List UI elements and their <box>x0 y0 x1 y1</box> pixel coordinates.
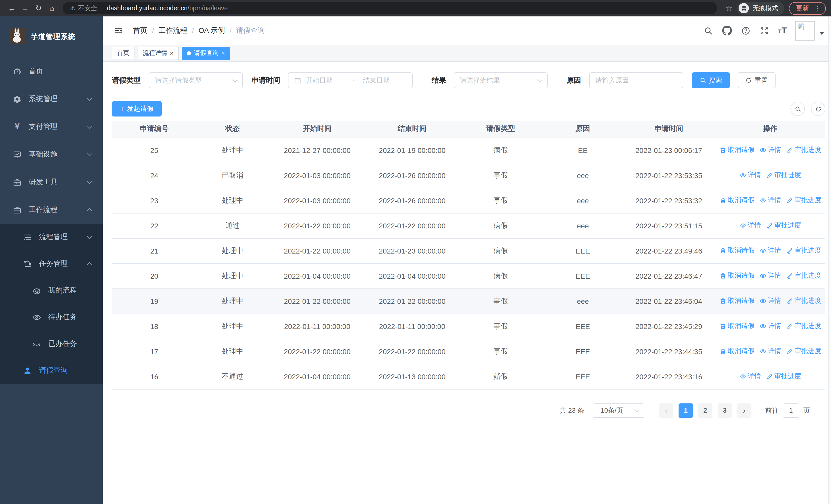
hamburger-icon[interactable] <box>110 26 127 35</box>
edit-icon <box>766 222 773 229</box>
edit-icon <box>786 348 793 355</box>
trash-icon <box>720 323 726 329</box>
progress-link[interactable]: 审批进度 <box>766 221 801 230</box>
tab-process-detail[interactable]: 流程详情× <box>138 47 179 60</box>
pagination-page-1[interactable]: 1 <box>679 403 693 417</box>
browser-update-button[interactable]: 更新 ⋮ <box>789 2 826 14</box>
progress-link[interactable]: 审批进度 <box>766 372 801 381</box>
tab-leave-query[interactable]: 请假查询× <box>182 47 230 60</box>
cancel-link[interactable]: 取消请假 <box>720 322 754 331</box>
sidebar-item-todo-task[interactable]: 待办任务 <box>0 304 103 330</box>
progress-link[interactable]: 审批进度 <box>786 196 821 205</box>
screen: ← → ↻ ⌂ ⚠ 不安全 dashboard.yudao.iocoder.cn… <box>0 0 831 504</box>
avatar-caret-icon[interactable] <box>820 32 824 35</box>
detail-link[interactable]: 详情 <box>760 146 781 155</box>
detail-label: 详情 <box>768 271 781 280</box>
progress-link[interactable]: 审批进度 <box>786 271 821 280</box>
create-leave-button[interactable]: + 发起请假 <box>112 101 162 117</box>
sidebar-item-label: 支付管理 <box>29 122 57 131</box>
toggle-search-button[interactable] <box>791 101 805 116</box>
sidebar-item-leave-query[interactable]: 请假查询 <box>0 357 103 384</box>
home-icon[interactable]: ⌂ <box>45 0 58 17</box>
detail-link[interactable]: 详情 <box>739 171 761 180</box>
breadcrumb-workflow[interactable]: 工作流程 <box>159 26 188 35</box>
reload-icon[interactable]: ↻ <box>32 0 45 17</box>
sidebar-item-workflow[interactable]: 工作流程 <box>0 196 103 224</box>
progress-link[interactable]: 审批进度 <box>786 246 821 255</box>
cell-status: 处理中 <box>197 138 268 163</box>
sidebar-item-devtools[interactable]: 研发工具 <box>0 168 103 196</box>
cell-id: 24 <box>112 163 197 188</box>
github-icon[interactable] <box>722 26 732 35</box>
search-icon <box>699 77 706 84</box>
back-icon[interactable]: ← <box>5 0 19 17</box>
breadcrumb-home[interactable]: 首页 <box>133 26 147 35</box>
pagination-page-3[interactable]: 3 <box>718 403 732 417</box>
cancel-link[interactable]: 取消请假 <box>720 296 754 306</box>
progress-link[interactable]: 审批进度 <box>766 171 801 180</box>
sidebar-item-payment[interactable]: ¥支付管理 <box>0 113 103 141</box>
search-icon[interactable] <box>704 26 713 35</box>
edit-icon <box>786 272 793 279</box>
search-button[interactable]: 搜索 <box>692 72 730 88</box>
scrollbar[interactable] <box>828 17 831 504</box>
sidebar-item-home[interactable]: 首页 <box>0 58 103 85</box>
sidebar-item-done-task[interactable]: 已办任务 <box>0 330 103 357</box>
close-icon[interactable]: × <box>170 50 173 56</box>
progress-link[interactable]: 审批进度 <box>786 347 821 356</box>
bookmark-star-icon[interactable]: ☆ <box>725 4 733 13</box>
detail-label: 详情 <box>768 296 781 306</box>
cancel-link[interactable]: 取消请假 <box>720 146 754 155</box>
sidebar-item-task-management[interactable]: 任务管理 <box>0 250 103 277</box>
sidebar-item-process-management[interactable]: 流程管理 <box>0 224 103 250</box>
detail-link[interactable]: 详情 <box>739 221 761 230</box>
leave-type-select[interactable]: 请选择请假类型 <box>149 72 243 88</box>
cell-actions: 取消请假详情审批进度 <box>715 314 825 339</box>
sidebar-item-my-process[interactable]: 我的流程 <box>0 277 103 304</box>
detail-link[interactable]: 详情 <box>760 246 781 255</box>
reason-input[interactable]: 请输入原因 <box>589 72 683 88</box>
detail-link[interactable]: 详情 <box>760 322 781 331</box>
breadcrumb-oa-example[interactable]: OA 示例 <box>199 26 225 35</box>
sidebar-item-infrastructure[interactable]: 基础设施 <box>0 141 103 168</box>
pagination-next-button[interactable]: › <box>737 403 751 417</box>
table-row: 19处理中2022-01-22 00:00:002022-01-22 00:00… <box>112 289 825 314</box>
browser-menu-icon[interactable]: ⋮ <box>814 4 821 12</box>
page-size-select[interactable]: 10条/页 <box>593 403 644 417</box>
reset-button[interactable]: 重置 <box>738 72 776 88</box>
cancel-link[interactable]: 取消请假 <box>720 347 754 356</box>
cell-id: 20 <box>112 263 197 289</box>
pagination-page-2[interactable]: 2 <box>698 403 712 417</box>
refresh-table-button[interactable] <box>811 101 825 116</box>
help-icon[interactable] <box>741 26 750 35</box>
trash-icon <box>720 348 726 355</box>
detail-link[interactable]: 详情 <box>739 372 761 381</box>
pagination-prev-button[interactable]: ‹ <box>659 403 674 417</box>
fullscreen-icon[interactable] <box>760 26 769 35</box>
url-bar[interactable]: ⚠ 不安全 dashboard.yudao.iocoder.cn/bpm/oa/… <box>63 2 717 14</box>
logo-row[interactable]: 芋道管理系统 <box>0 17 103 58</box>
close-icon[interactable]: × <box>221 50 225 56</box>
detail-link[interactable]: 详情 <box>760 196 781 205</box>
progress-link[interactable]: 审批进度 <box>786 146 821 155</box>
cancel-link[interactable]: 取消请假 <box>720 271 754 280</box>
apply-time-range[interactable]: 开始日期 - 结束日期 <box>288 72 413 88</box>
eye-view-icon <box>760 348 766 355</box>
detail-link[interactable]: 详情 <box>760 347 781 356</box>
tab-home[interactable]: 首页 <box>112 47 135 60</box>
detail-link[interactable]: 详情 <box>760 271 781 280</box>
goto-page-input[interactable]: 1 <box>783 403 799 417</box>
forward-icon[interactable]: → <box>19 0 32 17</box>
cancel-link[interactable]: 取消请假 <box>720 196 754 205</box>
font-size-icon[interactable]: TT <box>778 27 787 34</box>
sidebar-item-system[interactable]: 系统管理 <box>0 85 103 113</box>
progress-link[interactable]: 审批进度 <box>786 296 821 306</box>
detail-link[interactable]: 详情 <box>760 296 781 306</box>
cancel-link[interactable]: 取消请假 <box>720 246 754 255</box>
cell-applied: 2022-01-22 23:53:32 <box>623 188 715 213</box>
cell-reason: eee <box>543 188 623 213</box>
result-select[interactable]: 请选择流结果 <box>454 72 548 88</box>
progress-link[interactable]: 审批进度 <box>786 322 821 331</box>
avatar[interactable] <box>795 21 814 40</box>
cell-applied: 2022-01-22 23:45:29 <box>623 314 715 339</box>
